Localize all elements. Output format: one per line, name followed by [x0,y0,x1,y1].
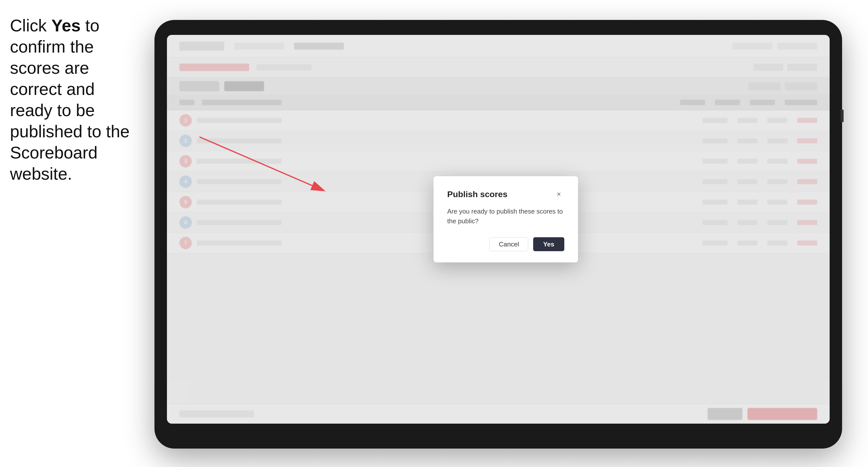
tablet-side-button [841,110,844,122]
modal-close-button[interactable]: × [553,189,564,199]
instruction-bold: Yes [51,16,81,35]
instruction-prefix: Click [10,16,51,35]
modal-footer: Cancel Yes [447,237,564,251]
modal-overlay: Publish scores × Are you ready to publis… [167,35,830,424]
instruction-suffix: to confirm the scores are correct and re… [10,16,129,183]
modal-yes-button[interactable]: Yes [533,237,564,251]
modal-title: Publish scores [447,189,507,199]
instruction-text: Click Yes to confirm the scores are corr… [10,15,140,184]
modal-header: Publish scores × [447,189,564,199]
tablet-device: 1 2 3 [154,20,842,448]
tablet-screen: 1 2 3 [167,35,830,424]
modal-cancel-button[interactable]: Cancel [490,237,528,251]
modal-body-text: Are you ready to publish these scores to… [447,207,564,226]
modal-dialog: Publish scores × Are you ready to publis… [434,176,578,262]
